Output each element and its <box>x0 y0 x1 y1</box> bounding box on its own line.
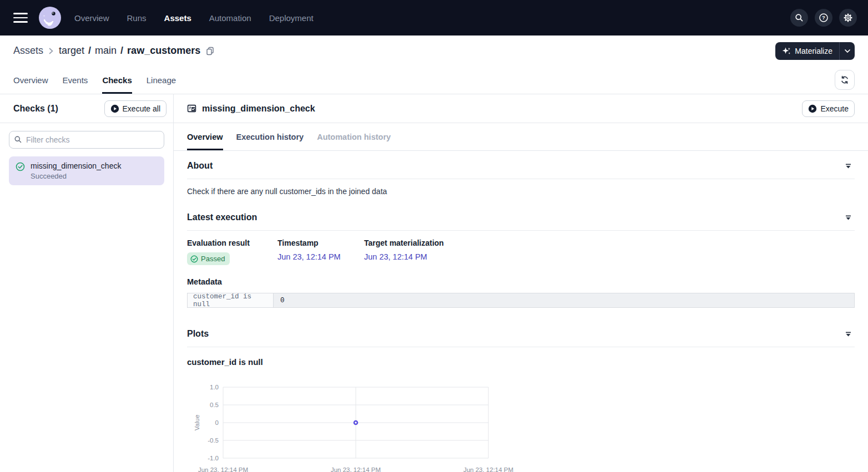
subtab-execution-history[interactable]: Execution history <box>236 123 304 150</box>
dagster-logo-icon[interactable] <box>39 7 61 29</box>
about-description: Check if there are any null customer_ids… <box>187 179 855 202</box>
timestamp-link[interactable]: Jun 23, 12:14 PM <box>277 252 341 261</box>
nav-item-runs[interactable]: Runs <box>127 13 147 23</box>
breadcrumb-chevron-icon <box>49 48 53 54</box>
breadcrumb-segment-current: raw_customers <box>127 45 200 57</box>
search-icon <box>795 13 804 22</box>
metadata-title: Metadata <box>187 277 855 286</box>
check-name: missing_dimension_check <box>31 161 121 170</box>
check-success-icon <box>16 162 25 171</box>
nav-item-deployment[interactable]: Deployment <box>269 13 314 23</box>
column-timestamp: Timestamp <box>277 238 364 247</box>
nav-item-automation[interactable]: Automation <box>209 13 251 23</box>
about-collapse-button[interactable] <box>842 161 855 171</box>
breadcrumb-row: Assets target / main / raw_customers <box>0 35 868 66</box>
tab-events[interactable]: Events <box>63 66 88 94</box>
check-title: missing_dimension_check <box>202 104 315 114</box>
svg-text:?: ? <box>822 14 825 21</box>
latest-execution-collapse-button[interactable] <box>842 213 855 222</box>
check-detail-panel: missing_dimension_check Execute Overview… <box>174 94 868 472</box>
chevron-down-icon <box>845 49 850 53</box>
top-nav-actions: ? <box>790 9 857 27</box>
check-success-icon <box>190 255 198 263</box>
settings-button[interactable] <box>839 9 857 27</box>
breadcrumb-separator: / <box>88 45 91 57</box>
search-button[interactable] <box>790 9 808 27</box>
check-list-item[interactable]: missing_dimension_check Succeeded <box>9 156 164 185</box>
column-target-materialization: Target materialization <box>364 238 444 247</box>
nav-item-assets[interactable]: Assets <box>164 13 191 23</box>
latest-execution-title: Latest execution <box>187 212 257 223</box>
svg-text:-1.0: -1.0 <box>208 455 219 461</box>
copy-asset-key-button[interactable] <box>206 47 214 55</box>
breadcrumb-separator: / <box>120 45 123 57</box>
help-icon: ? <box>819 13 829 23</box>
plots-section-header: Plots <box>187 319 855 347</box>
latest-execution-section-header: Latest execution <box>187 202 855 231</box>
check-detail-tabs: Overview Execution history Automation hi… <box>174 123 868 151</box>
materialize-split-button: Materialize <box>775 42 855 60</box>
svg-text:0: 0 <box>215 419 219 426</box>
filter-checks-input[interactable] <box>9 131 164 149</box>
play-icon <box>808 104 817 113</box>
y-axis-label: Value <box>194 415 200 431</box>
play-icon <box>110 104 119 113</box>
svg-text:Jun 23, 12:14 PM: Jun 23, 12:14 PM <box>331 466 381 472</box>
refresh-icon <box>840 75 849 84</box>
hamburger-menu-icon[interactable] <box>13 13 28 23</box>
tab-checks[interactable]: Checks <box>102 66 132 94</box>
materialize-button[interactable]: Materialize <box>775 42 839 60</box>
latest-execution-table: Evaluation result Passed <box>187 238 855 265</box>
about-title: About <box>187 160 213 171</box>
subtab-automation-history: Automation history <box>317 123 391 150</box>
data-point <box>354 421 357 424</box>
filter-search-icon <box>14 135 22 146</box>
svg-text:Jun 23, 12:14 PM: Jun 23, 12:14 PM <box>198 466 248 472</box>
nav-item-overview[interactable]: Overview <box>74 13 109 23</box>
tab-overview[interactable]: Overview <box>13 66 48 94</box>
about-section-header: About <box>187 151 855 179</box>
help-button[interactable]: ? <box>815 9 832 27</box>
asset-tabs-row: Overview Events Checks Lineage <box>0 66 868 94</box>
breadcrumb-segment[interactable]: target <box>59 45 84 57</box>
gear-icon <box>843 13 853 23</box>
plot-container: 1.00.50-0.5-1.0Jun 23, 12:14 PMJun 23, 1… <box>187 380 855 472</box>
materialize-dropdown-button[interactable] <box>839 42 855 60</box>
copy-icon <box>206 47 214 55</box>
svg-text:-0.5: -0.5 <box>208 437 219 444</box>
scatter-plot: 1.00.50-0.5-1.0Jun 23, 12:14 PMJun 23, 1… <box>187 380 531 472</box>
breadcrumb-assets-link[interactable]: Assets <box>13 45 43 57</box>
metadata-key: customer_id is null <box>188 293 274 307</box>
refresh-button[interactable] <box>835 70 855 90</box>
checks-panel-title: Checks (1) <box>13 104 58 114</box>
column-evaluation-result: Evaluation result <box>187 238 277 247</box>
breadcrumb-segment[interactable]: main <box>95 45 117 57</box>
svg-text:1.0: 1.0 <box>210 384 219 390</box>
top-nav: Overview Runs Assets Automation Deployme… <box>0 0 868 35</box>
primary-nav: Overview Runs Assets Automation Deployme… <box>74 13 314 23</box>
status-badge-passed: Passed <box>187 252 230 265</box>
collapse-chevron-icon <box>845 215 851 220</box>
check-status: Succeeded <box>31 172 121 180</box>
svg-text:0.5: 0.5 <box>210 402 219 408</box>
tab-lineage[interactable]: Lineage <box>147 66 176 94</box>
plots-collapse-button[interactable] <box>842 329 855 339</box>
sparkle-icon <box>782 47 791 55</box>
execute-button[interactable]: Execute <box>802 100 855 117</box>
checks-sidebar: Checks (1) Execute all <box>0 94 174 472</box>
svg-text:Jun 23, 12:14 PM: Jun 23, 12:14 PM <box>463 466 513 472</box>
breadcrumb-asset-key: target / main / raw_customers <box>59 45 200 57</box>
target-materialization-link[interactable]: Jun 23, 12:14 PM <box>364 252 427 261</box>
app-window: Overview Runs Assets Automation Deployme… <box>0 0 868 472</box>
metadata-value: 0 <box>274 293 854 307</box>
collapse-chevron-icon <box>845 332 851 337</box>
plot-title: customer_id is null <box>187 357 855 367</box>
asset-check-icon <box>187 104 196 113</box>
metadata-table: customer_id is null 0 <box>187 293 855 308</box>
execute-all-button[interactable]: Execute all <box>104 100 166 117</box>
plots-title: Plots <box>187 328 209 339</box>
subtab-overview[interactable]: Overview <box>187 123 223 150</box>
collapse-chevron-icon <box>845 164 851 169</box>
